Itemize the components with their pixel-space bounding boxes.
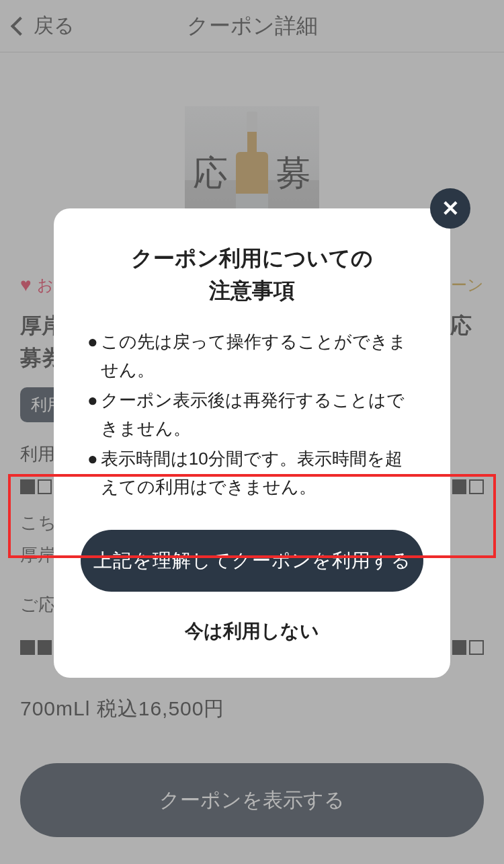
cancel-button[interactable]: 今は利用しない (81, 592, 423, 644)
close-button[interactable]: ✕ (430, 188, 470, 229)
confirm-button[interactable]: 上記を理解してクーポンを利用する (81, 530, 423, 592)
modal-bullets: ●この先は戻って操作することができません。 ●クーポン表示後は再発行することはで… (81, 307, 423, 503)
bullet-item: ●この先は戻って操作することができません。 (87, 327, 417, 385)
bullet-item: ●クーポン表示後は再発行することはできません。 (87, 385, 417, 444)
close-icon: ✕ (442, 196, 460, 221)
coupon-notice-modal: ✕ クーポン利用についての 注意事項 ●この先は戻って操作することができません。… (54, 208, 450, 678)
bullet-item: ●表示時間は10分間です。表示時間を超えての利用はできません。 (87, 444, 417, 502)
modal-title: クーポン利用についての 注意事項 (81, 242, 423, 307)
